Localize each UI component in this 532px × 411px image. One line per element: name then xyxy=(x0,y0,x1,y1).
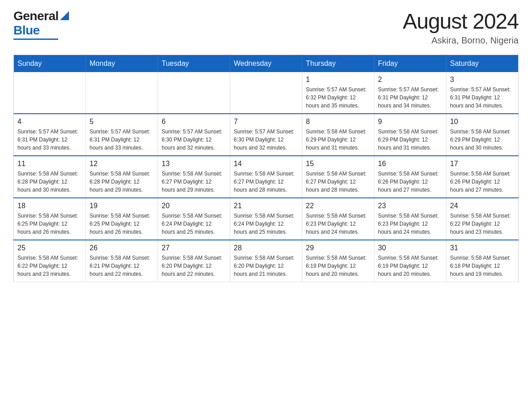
day-number: 11 xyxy=(17,160,82,168)
day-number: 9 xyxy=(378,118,442,126)
calendar-header-tuesday: Tuesday xyxy=(158,55,230,73)
day-number: 4 xyxy=(17,118,82,126)
title-section: August 2024 Askira, Borno, Nigeria xyxy=(403,9,519,46)
day-info: Sunrise: 5:58 AM Sunset: 6:22 PM Dayligh… xyxy=(450,212,515,236)
day-number: 17 xyxy=(450,160,515,168)
calendar-cell: 18Sunrise: 5:58 AM Sunset: 6:25 PM Dayli… xyxy=(14,198,86,240)
day-info: Sunrise: 5:58 AM Sunset: 6:29 PM Dayligh… xyxy=(450,128,515,152)
day-info: Sunrise: 5:58 AM Sunset: 6:20 PM Dayligh… xyxy=(162,254,226,278)
calendar-header-wednesday: Wednesday xyxy=(230,55,302,73)
day-info: Sunrise: 5:58 AM Sunset: 6:25 PM Dayligh… xyxy=(17,212,82,236)
calendar-week-5: 25Sunrise: 5:58 AM Sunset: 6:22 PM Dayli… xyxy=(14,240,519,282)
day-info: Sunrise: 5:58 AM Sunset: 6:29 PM Dayligh… xyxy=(378,128,442,152)
day-info: Sunrise: 5:58 AM Sunset: 6:19 PM Dayligh… xyxy=(378,254,442,278)
day-info: Sunrise: 5:58 AM Sunset: 6:21 PM Dayligh… xyxy=(90,254,154,278)
day-info: Sunrise: 5:58 AM Sunset: 6:25 PM Dayligh… xyxy=(90,212,154,236)
calendar-cell: 10Sunrise: 5:58 AM Sunset: 6:29 PM Dayli… xyxy=(446,114,519,156)
day-info: Sunrise: 5:57 AM Sunset: 6:31 PM Dayligh… xyxy=(378,86,442,110)
location-subtitle: Askira, Borno, Nigeria xyxy=(403,35,519,46)
day-info: Sunrise: 5:58 AM Sunset: 6:20 PM Dayligh… xyxy=(234,254,298,278)
calendar-cell xyxy=(158,72,230,114)
calendar-cell: 2Sunrise: 5:57 AM Sunset: 6:31 PM Daylig… xyxy=(374,72,446,114)
day-number: 30 xyxy=(378,244,442,252)
day-number: 28 xyxy=(234,244,298,252)
calendar-week-2: 4Sunrise: 5:57 AM Sunset: 6:31 PM Daylig… xyxy=(14,114,519,156)
calendar-header-sunday: Sunday xyxy=(14,55,86,73)
day-info: Sunrise: 5:57 AM Sunset: 6:31 PM Dayligh… xyxy=(450,86,515,110)
calendar-cell: 13Sunrise: 5:58 AM Sunset: 6:27 PM Dayli… xyxy=(158,156,230,198)
calendar-header-monday: Monday xyxy=(86,55,158,73)
calendar-cell: 4Sunrise: 5:57 AM Sunset: 6:31 PM Daylig… xyxy=(14,114,86,156)
calendar-cell: 7Sunrise: 5:57 AM Sunset: 6:30 PM Daylig… xyxy=(230,114,302,156)
calendar-cell: 17Sunrise: 5:58 AM Sunset: 6:26 PM Dayli… xyxy=(446,156,519,198)
calendar-cell: 22Sunrise: 5:58 AM Sunset: 6:23 PM Dayli… xyxy=(302,198,374,240)
day-number: 2 xyxy=(378,76,442,84)
day-info: Sunrise: 5:58 AM Sunset: 6:26 PM Dayligh… xyxy=(450,170,515,194)
calendar-cell: 20Sunrise: 5:58 AM Sunset: 6:24 PM Dayli… xyxy=(158,198,230,240)
calendar-cell: 9Sunrise: 5:58 AM Sunset: 6:29 PM Daylig… xyxy=(374,114,446,156)
logo-blue-text: Blue xyxy=(13,23,40,38)
day-info: Sunrise: 5:58 AM Sunset: 6:23 PM Dayligh… xyxy=(378,212,442,236)
calendar-cell: 26Sunrise: 5:58 AM Sunset: 6:21 PM Dayli… xyxy=(86,240,158,282)
calendar-cell: 6Sunrise: 5:57 AM Sunset: 6:30 PM Daylig… xyxy=(158,114,230,156)
day-number: 3 xyxy=(450,76,515,84)
calendar-cell: 19Sunrise: 5:58 AM Sunset: 6:25 PM Dayli… xyxy=(86,198,158,240)
calendar-week-1: 1Sunrise: 5:57 AM Sunset: 6:32 PM Daylig… xyxy=(14,72,519,114)
calendar-cell: 5Sunrise: 5:57 AM Sunset: 6:31 PM Daylig… xyxy=(86,114,158,156)
day-info: Sunrise: 5:58 AM Sunset: 6:18 PM Dayligh… xyxy=(450,254,515,278)
day-info: Sunrise: 5:58 AM Sunset: 6:27 PM Dayligh… xyxy=(234,170,298,194)
calendar-cell: 11Sunrise: 5:58 AM Sunset: 6:28 PM Dayli… xyxy=(14,156,86,198)
day-number: 26 xyxy=(90,244,154,252)
day-number: 12 xyxy=(90,160,154,168)
day-info: Sunrise: 5:58 AM Sunset: 6:27 PM Dayligh… xyxy=(306,170,370,194)
day-number: 29 xyxy=(306,244,370,252)
day-number: 24 xyxy=(450,202,515,210)
day-number: 25 xyxy=(17,244,82,252)
day-number: 16 xyxy=(378,160,442,168)
calendar-cell: 14Sunrise: 5:58 AM Sunset: 6:27 PM Dayli… xyxy=(230,156,302,198)
day-info: Sunrise: 5:58 AM Sunset: 6:27 PM Dayligh… xyxy=(162,170,226,194)
day-info: Sunrise: 5:58 AM Sunset: 6:29 PM Dayligh… xyxy=(306,128,370,152)
calendar-cell: 31Sunrise: 5:58 AM Sunset: 6:18 PM Dayli… xyxy=(446,240,519,282)
calendar-cell xyxy=(230,72,302,114)
day-number: 5 xyxy=(90,118,154,126)
day-info: Sunrise: 5:58 AM Sunset: 6:28 PM Dayligh… xyxy=(90,170,154,194)
day-number: 27 xyxy=(162,244,226,252)
day-number: 6 xyxy=(162,118,226,126)
day-info: Sunrise: 5:58 AM Sunset: 6:22 PM Dayligh… xyxy=(17,254,82,278)
day-number: 10 xyxy=(450,118,515,126)
day-number: 8 xyxy=(306,118,370,126)
logo-triangle-icon xyxy=(60,11,69,20)
calendar-header-row: SundayMondayTuesdayWednesdayThursdayFrid… xyxy=(14,55,519,73)
calendar-cell: 12Sunrise: 5:58 AM Sunset: 6:28 PM Dayli… xyxy=(86,156,158,198)
calendar-header-friday: Friday xyxy=(374,55,446,73)
day-number: 21 xyxy=(234,202,298,210)
calendar-cell xyxy=(14,72,86,114)
calendar-cell xyxy=(86,72,158,114)
logo-general-text: General xyxy=(13,9,59,23)
calendar-cell: 3Sunrise: 5:57 AM Sunset: 6:31 PM Daylig… xyxy=(446,72,519,114)
day-info: Sunrise: 5:58 AM Sunset: 6:26 PM Dayligh… xyxy=(378,170,442,194)
day-number: 23 xyxy=(378,202,442,210)
calendar-cell: 8Sunrise: 5:58 AM Sunset: 6:29 PM Daylig… xyxy=(302,114,374,156)
day-info: Sunrise: 5:58 AM Sunset: 6:24 PM Dayligh… xyxy=(234,212,298,236)
day-number: 13 xyxy=(162,160,226,168)
day-number: 18 xyxy=(17,202,82,210)
svg-marker-0 xyxy=(60,11,69,20)
calendar-cell: 1Sunrise: 5:57 AM Sunset: 6:32 PM Daylig… xyxy=(302,72,374,114)
day-info: Sunrise: 5:58 AM Sunset: 6:23 PM Dayligh… xyxy=(306,212,370,236)
calendar-cell: 28Sunrise: 5:58 AM Sunset: 6:20 PM Dayli… xyxy=(230,240,302,282)
day-number: 7 xyxy=(234,118,298,126)
day-number: 1 xyxy=(306,76,370,84)
day-info: Sunrise: 5:57 AM Sunset: 6:30 PM Dayligh… xyxy=(162,128,226,152)
calendar-header-thursday: Thursday xyxy=(302,55,374,73)
day-info: Sunrise: 5:57 AM Sunset: 6:30 PM Dayligh… xyxy=(234,128,298,152)
day-info: Sunrise: 5:58 AM Sunset: 6:24 PM Dayligh… xyxy=(162,212,226,236)
calendar-week-3: 11Sunrise: 5:58 AM Sunset: 6:28 PM Dayli… xyxy=(14,156,519,198)
day-info: Sunrise: 5:58 AM Sunset: 6:19 PM Dayligh… xyxy=(306,254,370,278)
day-number: 31 xyxy=(450,244,515,252)
day-number: 19 xyxy=(90,202,154,210)
day-number: 14 xyxy=(234,160,298,168)
page-title: August 2024 xyxy=(403,9,519,34)
calendar-table: SundayMondayTuesdayWednesdayThursdayFrid… xyxy=(13,55,519,282)
